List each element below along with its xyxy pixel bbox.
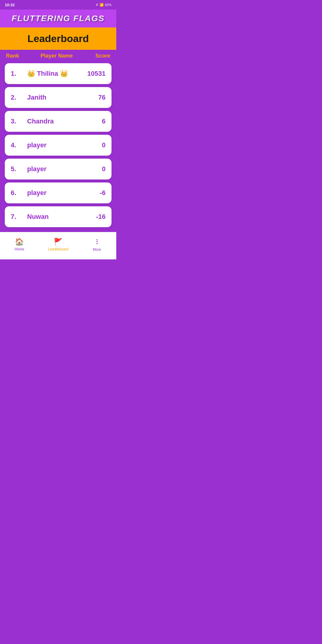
nav-leaderboard[interactable]: 🚩 Leaderboard	[39, 236, 78, 253]
leaderboard-nav-label: Leaderboard	[48, 247, 68, 251]
home-label: Home	[15, 247, 24, 251]
battery-icon: 62%	[105, 3, 112, 7]
score-2: 76	[82, 94, 106, 101]
table-row: 7. Nuwan -16	[5, 206, 112, 227]
logo-text: FLUTTERING FLAGS	[12, 14, 105, 23]
player-name-3: Chandra	[27, 117, 82, 125]
rank-7: 7.	[11, 213, 27, 221]
leaderboard-list: 1. 👑 Thilina 👑 10531 2. Janith 76 3. Cha…	[0, 62, 116, 232]
score-5: 0	[82, 165, 106, 173]
rank-3: 3.	[11, 117, 27, 125]
player-name-1: 👑 Thilina 👑	[27, 70, 82, 78]
player-name-5: player	[27, 165, 82, 173]
score-6: -6	[82, 189, 106, 197]
player-name-2: Janith	[27, 94, 82, 101]
table-row: 6. player -6	[5, 182, 112, 203]
rank-6: 6.	[11, 189, 27, 197]
player-name-6: player	[27, 189, 82, 197]
home-icon: 🏠	[15, 238, 24, 246]
more-label: More	[93, 247, 101, 252]
score-column-header: Score	[86, 53, 110, 59]
bluetooth-icon: ✗	[96, 3, 98, 7]
table-row: 2. Janith 76	[5, 87, 112, 108]
bottom-navigation: 🏠 Home 🚩 Leaderboard ⫶ More	[0, 232, 116, 259]
table-row: 5. player 0	[5, 159, 112, 179]
score-1: 10531	[82, 70, 106, 78]
rank-column-header: Rank	[6, 53, 27, 59]
table-row: 3. Chandra 6	[5, 111, 112, 132]
score-7: -16	[82, 213, 106, 221]
nav-more[interactable]: ⫶ More	[78, 235, 116, 253]
flag-icon: 🚩	[54, 238, 63, 246]
player-name-4: player	[27, 141, 82, 149]
rank-4: 4.	[11, 141, 27, 149]
status-bar: 10:32 ✗ 📶 62%	[0, 0, 116, 10]
more-icon: ⫶	[95, 237, 99, 246]
player-name-column-header: Player Name	[27, 53, 86, 59]
table-row: 1. 👑 Thilina 👑 10531	[5, 63, 112, 84]
nav-home[interactable]: 🏠 Home	[0, 236, 39, 253]
table-row: 4. player 0	[5, 135, 112, 156]
leaderboard-title: Leaderboard	[5, 33, 112, 44]
player-name-7: Nuwan	[27, 213, 82, 221]
header-logo: FLUTTERING FLAGS	[0, 10, 116, 27]
score-3: 6	[82, 117, 106, 125]
rank-2: 2.	[11, 94, 27, 101]
status-time: 10:32	[5, 3, 15, 7]
rank-1: 1.	[11, 70, 27, 78]
leaderboard-title-bar: Leaderboard	[0, 27, 116, 50]
rank-5: 5.	[11, 165, 27, 173]
status-icons: ✗ 📶 62%	[96, 3, 112, 7]
column-headers: Rank Player Name Score	[0, 50, 116, 62]
score-4: 0	[82, 141, 106, 149]
app-logo: FLUTTERING FLAGS	[12, 14, 105, 23]
signal-icon: 📶	[100, 3, 104, 7]
